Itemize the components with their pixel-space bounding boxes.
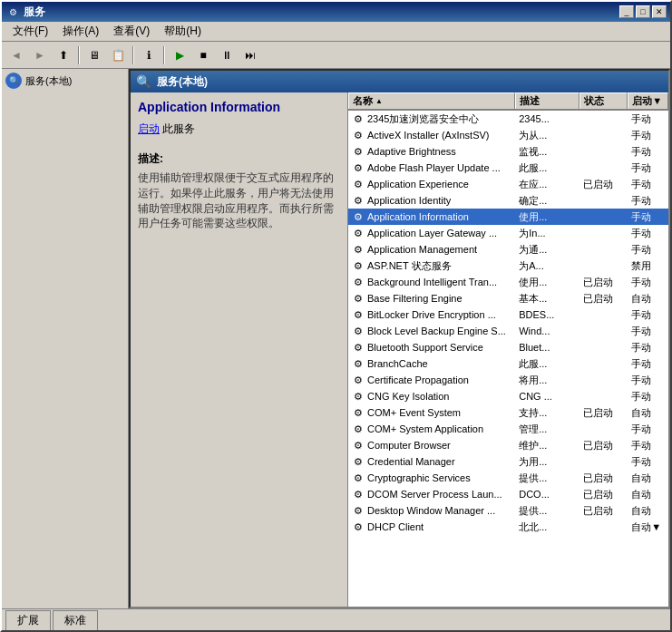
list-header: 名称 ▲ 描述 状态 启动▼ <box>348 92 668 111</box>
table-row[interactable]: ⚙DCOM Server Process Laun...DCO...已启动自动 <box>348 486 668 502</box>
table-row[interactable]: ⚙Credential Manager为用...手动 <box>348 453 668 470</box>
window-title: 服务 <box>24 5 45 20</box>
toolbar-separator-1 <box>78 46 80 64</box>
service-description: 使用辅助管理权限便于交互式应用程序的运行。如果停止此服务，用户将无法使用辅助管理… <box>138 170 340 231</box>
table-row[interactable]: ⚙Bluetooth Support ServiceBluet...手动 <box>348 339 668 355</box>
column-startup[interactable]: 启动▼ <box>628 92 668 109</box>
description-label: 描述: <box>138 151 340 167</box>
service-icon: ⚙ <box>352 112 365 125</box>
service-icon: ⚙ <box>352 145 365 158</box>
service-icon: ⚙ <box>352 292 365 305</box>
service-icon: ⚙ <box>352 210 365 223</box>
table-row[interactable]: ⚙BranchCache此服...手动 <box>348 355 668 372</box>
close-button[interactable]: ✕ <box>652 5 667 18</box>
table-row[interactable]: ⚙Adaptive Brightness监视...手动 <box>348 143 668 160</box>
table-row[interactable]: ⚙Certificate Propagation将用...手动 <box>348 372 668 388</box>
status-bar: 扩展 标准 <box>2 608 670 630</box>
tab-expand[interactable]: 扩展 <box>5 610 51 630</box>
service-icon: ⚙ <box>352 325 365 337</box>
column-name[interactable]: 名称 ▲ <box>348 92 515 109</box>
service-icon: ⚙ <box>352 423 365 435</box>
back-button[interactable]: ◄ <box>5 44 27 66</box>
column-status[interactable]: 状态 <box>579 92 628 109</box>
table-row[interactable]: ⚙DHCP Client北北...自动▼ <box>348 519 668 535</box>
service-icon: ⚙ <box>352 129 365 141</box>
panel-search-icon: 🔍 <box>136 74 151 89</box>
link-suffix: 此服务 <box>162 122 195 135</box>
service-icon: ⚙ <box>352 390 365 403</box>
service-icon: ⚙ <box>352 520 365 533</box>
table-row[interactable]: ⚙Application Layer Gateway ...为In...手动 <box>348 225 668 241</box>
pause-button[interactable]: ⏸ <box>216 44 238 66</box>
table-row[interactable]: ⚙ActiveX Installer (AxInstSV)为从...手动 <box>348 127 668 143</box>
table-row[interactable]: ⚙Application Information使用...手动 <box>348 209 668 225</box>
services-icon: 🔍 <box>5 73 22 89</box>
service-icon: ⚙ <box>352 243 365 256</box>
service-icon: ⚙ <box>352 308 365 321</box>
table-row[interactable]: ⚙COM+ System Application管理...手动 <box>348 421 668 437</box>
service-icon: ⚙ <box>352 488 365 501</box>
table-row[interactable]: ⚙2345加速浏览器安全中心2345...手动 <box>348 111 668 127</box>
table-row[interactable]: ⚙Application Identity确定...手动 <box>348 192 668 209</box>
service-icon: ⚙ <box>352 178 365 190</box>
menu-help[interactable]: 帮助(H) <box>157 22 209 41</box>
left-panel-title: 服务(本地) <box>25 74 72 88</box>
services-list: 名称 ▲ 描述 状态 启动▼ <box>348 92 668 607</box>
service-icon: ⚙ <box>352 276 365 288</box>
play-button[interactable]: ▶ <box>169 44 190 66</box>
info-button[interactable]: ℹ <box>138 44 160 66</box>
menu-file[interactable]: 文件(F) <box>5 22 55 41</box>
service-icon: ⚙ <box>352 406 365 419</box>
service-link-container: 启动 此服务 <box>138 122 340 144</box>
service-icon: ⚙ <box>352 455 365 468</box>
table-row[interactable]: ⚙Cryptographic Services提供...已启动自动 <box>348 470 668 486</box>
table-row[interactable]: ⚙Block Level Backup Engine S...Wind...手动 <box>348 323 668 339</box>
resume-button[interactable]: ⏭ <box>239 44 261 66</box>
left-panel-header: 🔍 服务(本地) <box>5 73 124 89</box>
sort-arrow-name: ▲ <box>375 97 383 105</box>
toolbar: ◄ ► ⬆ 🖥 📋 ℹ ▶ ■ ⏸ ⏭ <box>2 42 670 69</box>
maximize-button[interactable]: □ <box>636 5 650 18</box>
toolbar-separator-2 <box>132 46 134 64</box>
menu-action[interactable]: 操作(A) <box>55 22 106 41</box>
service-icon: ⚙ <box>352 341 365 354</box>
table-row[interactable]: ⚙Desktop Window Manager ...提供...已启动自动 <box>348 502 668 519</box>
list-button[interactable]: 📋 <box>107 44 129 66</box>
table-row[interactable]: ⚙Computer Browser维护...已启动手动 <box>348 437 668 453</box>
panel-header: 🔍 服务(本地) <box>131 71 668 92</box>
table-row[interactable]: ⚙Application Management为通...手动 <box>348 241 668 258</box>
minimize-button[interactable]: _ <box>619 5 634 18</box>
title-bar: ⚙ 服务 _ □ ✕ <box>2 2 670 22</box>
title-bar-buttons: _ □ ✕ <box>619 5 667 18</box>
service-icon: ⚙ <box>352 357 365 370</box>
service-icon: ⚙ <box>352 374 365 386</box>
main-window: ⚙ 服务 _ □ ✕ 文件(F) 操作(A) 查看(V) 帮助(H) ◄ ► ⬆… <box>0 0 672 632</box>
service-icon: ⚙ <box>352 472 365 484</box>
menu-view[interactable]: 查看(V) <box>106 22 157 41</box>
column-desc[interactable]: 描述 <box>515 92 579 109</box>
table-row[interactable]: ⚙ASP.NET 状态服务为A...禁用 <box>348 258 668 274</box>
status-tabs: 扩展 标准 <box>5 609 100 630</box>
stop-button[interactable]: ■ <box>192 44 214 66</box>
table-row[interactable]: ⚙Application Experience在应...已启动手动 <box>348 176 668 192</box>
service-icon: ⚙ <box>352 161 365 174</box>
right-area: 🔍 服务(本地) Application Information 启动 此服务 … <box>129 69 670 608</box>
title-bar-left: ⚙ 服务 <box>5 5 45 20</box>
service-icon: ⚙ <box>352 194 365 207</box>
computer-button[interactable]: 🖥 <box>83 44 105 66</box>
forward-button[interactable]: ► <box>29 44 51 66</box>
table-row[interactable]: ⚙Adobe Flash Player Update ...此服...手动 <box>348 160 668 176</box>
table-row[interactable]: ⚙Base Filtering Engine基本...已启动自动 <box>348 290 668 306</box>
table-row[interactable]: ⚙COM+ Event System支持...已启动自动 <box>348 404 668 421</box>
table-row[interactable]: ⚙CNG Key IsolationCNG ...手动 <box>348 388 668 404</box>
service-icon: ⚙ <box>352 227 365 239</box>
table-row[interactable]: ⚙BitLocker Drive Encryption ...BDES...手动 <box>348 306 668 323</box>
tab-standard[interactable]: 标准 <box>53 610 98 630</box>
start-service-link[interactable]: 启动 <box>138 122 160 137</box>
service-icon: ⚙ <box>352 259 365 272</box>
left-panel: 🔍 服务(本地) <box>2 69 129 608</box>
panel-title: 服务(本地) <box>157 74 208 90</box>
up-button[interactable]: ⬆ <box>53 44 74 66</box>
services-list-body[interactable]: ⚙2345加速浏览器安全中心2345...手动⚙ActiveX Installe… <box>348 111 668 607</box>
table-row[interactable]: ⚙Background Intelligent Tran...使用...已启动手… <box>348 274 668 290</box>
